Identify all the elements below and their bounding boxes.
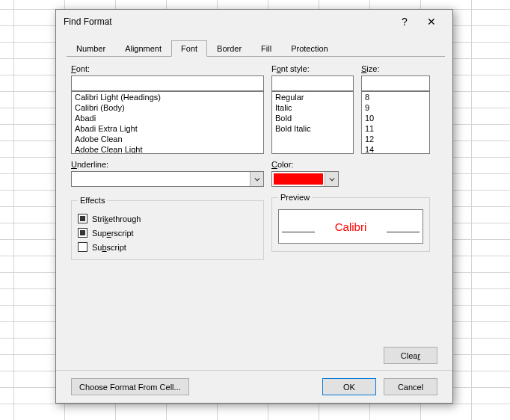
checkbox-icon — [78, 228, 87, 238]
cancel-button[interactable]: Cancel — [384, 378, 437, 395]
color-swatch — [274, 173, 323, 185]
chevron-down-icon[interactable] — [250, 172, 263, 186]
choose-format-button[interactable]: Choose Format From Cell... — [71, 378, 189, 395]
dialog-title: Find Format — [64, 16, 391, 27]
size-list[interactable]: 8 9 10 11 12 14 — [361, 91, 430, 154]
list-item[interactable]: Abadi — [72, 113, 263, 123]
underline-value — [72, 172, 250, 186]
effects-group: Effects Strikethrough Superscript Subscr… — [71, 196, 264, 260]
list-item[interactable]: 8 — [362, 92, 429, 102]
preview-legend: Preview — [278, 193, 312, 202]
find-format-dialog: Find Format ? ✕ Number Alignment Font Bo… — [55, 9, 453, 404]
preview-text: Calibri — [335, 220, 367, 233]
font-style-list[interactable]: Regular Italic Bold Bold Italic — [271, 91, 354, 154]
close-button[interactable]: ✕ — [418, 16, 445, 28]
list-item[interactable]: Adobe Clean Light — [72, 144, 263, 154]
list-item[interactable]: 11 — [362, 123, 429, 134]
font-style-label: Font style: — [271, 64, 354, 73]
list-item[interactable]: Calibri (Body) — [72, 102, 263, 113]
effects-legend: Effects — [78, 196, 107, 205]
size-label: Size: — [361, 64, 430, 73]
list-item[interactable]: 12 — [362, 134, 429, 144]
superscript-checkbox[interactable]: Superscript — [78, 228, 257, 238]
strikethrough-label: Strikethrough — [92, 214, 141, 223]
font-label: Font: — [71, 64, 264, 73]
ok-button[interactable]: OK — [322, 378, 376, 395]
size-input[interactable] — [361, 75, 430, 91]
list-item[interactable]: Italic — [272, 102, 353, 113]
checkbox-icon — [78, 214, 87, 223]
strikethrough-checkbox[interactable]: Strikethrough — [78, 214, 257, 223]
underline-label: Underline: — [71, 160, 264, 169]
font-input[interactable] — [71, 75, 264, 91]
font-list[interactable]: Calibri Light (Headings) Calibri (Body) … — [71, 91, 264, 154]
tab-font[interactable]: Font — [171, 40, 207, 57]
clear-button[interactable]: Clear — [384, 347, 437, 364]
preview-group: Preview Calibri — [271, 193, 430, 252]
superscript-label: Superscript — [92, 229, 134, 238]
list-item[interactable]: 14 — [362, 144, 429, 154]
list-item[interactable]: Bold — [272, 113, 353, 123]
subscript-checkbox[interactable]: Subscript — [78, 242, 257, 252]
tab-fill[interactable]: Fill — [251, 40, 281, 57]
tab-border[interactable]: Border — [207, 40, 251, 57]
color-label: Color: — [271, 160, 430, 169]
subscript-label: Subscript — [92, 243, 126, 252]
list-item[interactable]: Calibri Light (Headings) — [72, 92, 263, 102]
tab-number[interactable]: Number — [67, 40, 115, 57]
list-item[interactable]: Bold Italic — [272, 123, 353, 134]
preview-baseline — [282, 232, 315, 232]
list-item[interactable]: Regular — [272, 92, 353, 102]
list-item[interactable]: 9 — [362, 102, 429, 113]
preview-box: Calibri — [278, 209, 423, 244]
help-button[interactable]: ? — [391, 16, 418, 28]
underline-combo[interactable] — [71, 171, 264, 187]
font-style-input[interactable] — [271, 75, 354, 91]
preview-baseline — [387, 232, 420, 232]
tab-protection[interactable]: Protection — [281, 40, 338, 57]
color-combo[interactable] — [271, 171, 339, 187]
titlebar: Find Format ? ✕ — [56, 10, 452, 34]
checkbox-icon — [78, 242, 87, 252]
list-item[interactable]: Adobe Clean — [72, 134, 263, 144]
list-item[interactable]: Abadi Extra Light — [72, 123, 263, 134]
tabstrip: Number Alignment Font Border Fill Protec… — [67, 40, 445, 57]
chevron-down-icon[interactable] — [325, 172, 338, 186]
tab-alignment[interactable]: Alignment — [115, 40, 171, 57]
list-item[interactable]: 10 — [362, 113, 429, 123]
